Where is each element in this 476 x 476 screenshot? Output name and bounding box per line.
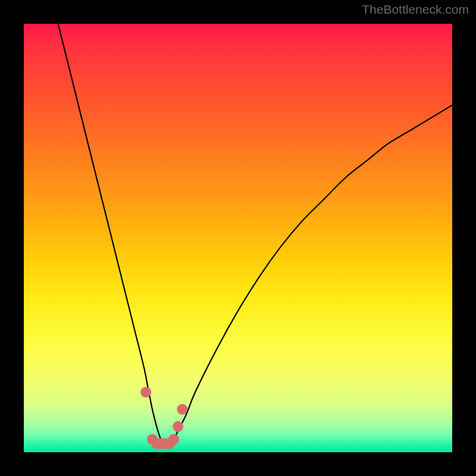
- highlight-marker: [173, 421, 183, 432]
- bottleneck-curve-line: [58, 24, 452, 444]
- highlight-markers: [140, 387, 187, 449]
- highlight-marker: [140, 387, 151, 397]
- watermark-text: TheBottleneck.com: [362, 2, 469, 17]
- chart-svg: [24, 24, 452, 452]
- plot-area: [24, 24, 452, 452]
- highlight-marker: [177, 404, 187, 415]
- highlight-marker: [168, 434, 179, 444]
